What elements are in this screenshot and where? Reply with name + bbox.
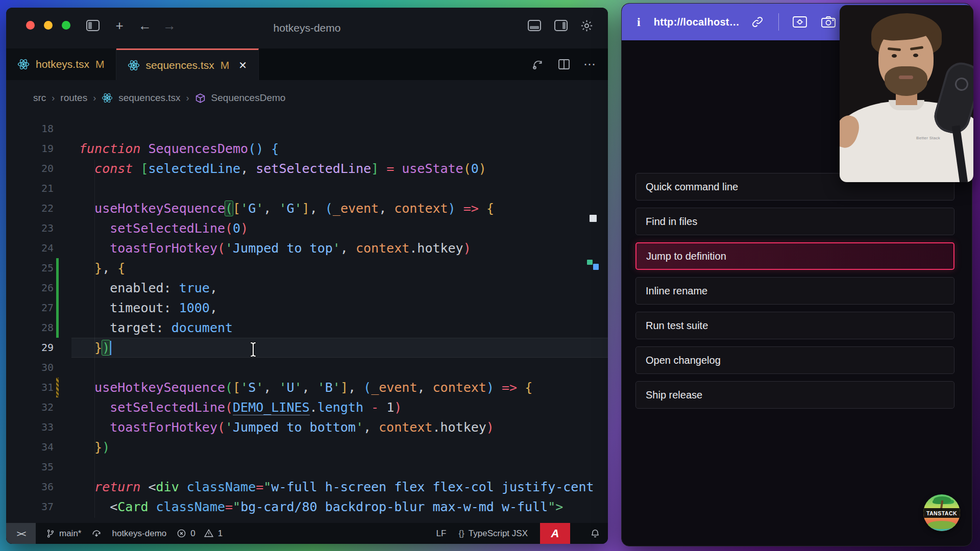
code-line: 34 }) (6, 437, 608, 457)
command-label: Jump to definition (646, 251, 726, 262)
line-number: 20 (6, 159, 54, 179)
react-icon (128, 60, 140, 71)
command-card-ship-release[interactable]: Ship release (635, 381, 954, 409)
command-label: Run test suite (646, 320, 708, 332)
gutter-modified-indicator (56, 298, 59, 318)
code-line: 31 useHotkeySequence(['S', 'U', 'B'], (_… (6, 378, 608, 397)
code-line: 37 <Card className="bg-card/80 backdrop-… (6, 497, 608, 517)
breadcrumb-routes[interactable]: routes (60, 92, 87, 104)
url-text[interactable]: http://localhost… (654, 16, 740, 28)
error-icon (177, 529, 186, 538)
chevron-right-icon: › (93, 93, 96, 104)
command-label: Open changelog (646, 355, 721, 366)
camera-icon[interactable] (821, 15, 836, 29)
code-line: 33 toastForHotkey('Jumped to bottom', co… (6, 417, 608, 437)
code-line: 23 setSelectedLine(0) (6, 218, 608, 238)
chevron-right-icon: › (186, 93, 189, 104)
webcam-overlay: Better Stack (840, 5, 973, 182)
line-number: 26 (6, 278, 54, 298)
react-icon (17, 59, 30, 70)
code-line: 30 (6, 358, 608, 378)
line-number: 31 (6, 378, 54, 397)
minimap-mark (590, 215, 597, 222)
code-line: 32 setSelectedLine(DEMO_LINES.length - 1… (6, 397, 608, 417)
split-editor-icon[interactable] (558, 58, 570, 70)
breadcrumb-symbol[interactable]: SequencesDemo (211, 92, 286, 104)
breadcrumb-file[interactable]: sequences.tsx (118, 92, 180, 104)
branch-indicator[interactable]: main* (46, 529, 81, 539)
tab-label: hotkeys.tsx (36, 58, 89, 70)
command-label: Ship release (646, 389, 702, 401)
command-card-find-in-files[interactable]: Find in files (635, 208, 954, 235)
warning-icon (204, 529, 214, 538)
sync-changes-icon[interactable] (531, 58, 545, 71)
project-name[interactable]: hotkeys-demo (112, 529, 166, 539)
command-card-inline-rename[interactable]: Inline rename (635, 277, 954, 305)
line-number: 28 (6, 318, 54, 338)
screenshot-image-icon[interactable] (792, 15, 807, 29)
breadcrumb: src › routes › sequences.tsx › Sequences… (6, 87, 608, 109)
line-number: 36 (6, 477, 54, 497)
line-number: 23 (6, 218, 54, 238)
minimap-mark (593, 264, 599, 270)
code-line: 29 }) (6, 338, 608, 358)
line-number: 33 (6, 417, 54, 437)
close-tab-icon[interactable]: ✕ (238, 59, 247, 71)
language-indicator[interactable]: {} TypeScript JSX (458, 529, 528, 539)
code-line: 35 (6, 457, 608, 477)
window-title: hotkeys-demo (6, 8, 608, 48)
panel-right-icon[interactable] (552, 17, 570, 34)
line-number: 34 (6, 437, 54, 457)
code-line: 26 enabled: true, (6, 278, 608, 298)
eol-indicator[interactable]: LF (436, 529, 447, 539)
extension-badge[interactable]: A (540, 523, 570, 544)
git-branch-icon (46, 529, 55, 539)
code-line: 19function SequencesDemo() { (6, 139, 608, 159)
modified-badge: M (95, 58, 105, 70)
code-editor[interactable]: 1819function SequencesDemo() {20 const [… (6, 119, 608, 523)
code-line: 22 useHotkeySequence(['G', 'G'], (_event… (6, 198, 608, 218)
tab-hotkeys[interactable]: hotkeys.tsx M (6, 48, 116, 80)
settings-gear-icon[interactable] (578, 17, 595, 34)
problems-indicator[interactable]: 0 1 (177, 529, 223, 539)
person-beard (885, 66, 927, 96)
text-cursor-pointer (249, 341, 258, 358)
line-number: 18 (6, 119, 54, 139)
panel-bottom-icon[interactable] (526, 17, 543, 34)
code-line: 21 (6, 179, 608, 198)
tab-bar: hotkeys.tsx M sequences.tsx M ✕ ⋯ (6, 48, 608, 80)
code-line: 18 (6, 119, 608, 139)
symbol-cube-icon (195, 93, 206, 104)
notifications-bell-icon[interactable] (582, 528, 608, 539)
gutter-pending-indicator (56, 378, 59, 397)
command-label: Inline rename (646, 285, 707, 297)
command-card-open-changelog[interactable]: Open changelog (635, 346, 954, 374)
remote-indicator[interactable]: >< (6, 523, 36, 544)
line-number: 29 (6, 338, 54, 358)
breadcrumb-src[interactable]: src (33, 92, 46, 104)
code-line: 20 const [selectedLine, setSelectedLine]… (6, 159, 608, 179)
toolbar-divider (778, 13, 779, 31)
code-line: 27 timeout: 1000, (6, 298, 608, 318)
gutter-modified-indicator (56, 318, 59, 338)
command-card-run-test-suite[interactable]: Run test suite (635, 312, 954, 339)
command-list: Quick command lineFind in filesJump to d… (635, 173, 954, 409)
tab-label: sequences.tsx (146, 59, 214, 71)
code-line: 24 toastForHotkey('Jumped to top', conte… (6, 238, 608, 258)
microphone (930, 59, 973, 137)
code-line: 36 return <div className="w-full h-scree… (6, 477, 608, 497)
chevron-right-icon: › (52, 93, 55, 104)
line-number: 37 (6, 497, 54, 517)
line-number: 25 (6, 258, 54, 278)
line-number: 32 (6, 397, 54, 417)
tab-sequences[interactable]: sequences.tsx M ✕ (116, 48, 259, 80)
sync-indicator[interactable] (91, 529, 102, 539)
status-bar: >< main* hotkeys-demo 0 (6, 523, 608, 544)
titlebar: + ← → hotkeys-demo (6, 8, 608, 48)
line-number: 24 (6, 238, 54, 258)
info-icon[interactable]: i (637, 15, 641, 29)
tanstack-label: TANSTACK (926, 510, 957, 516)
command-card-jump-to-definition[interactable]: Jump to definition (635, 242, 954, 270)
copy-link-icon[interactable] (751, 15, 764, 29)
more-actions-icon[interactable]: ⋯ (583, 57, 597, 71)
